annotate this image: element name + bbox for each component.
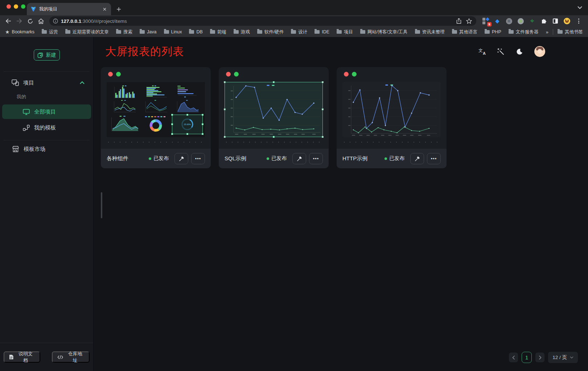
divider <box>4 71 90 72</box>
sidebar-item-template-market[interactable]: 模板市场 <box>2 142 91 156</box>
document-icon <box>9 354 14 360</box>
magic-wand-icon[interactable] <box>497 48 505 55</box>
project-preview-components[interactable]: 25.00% <box>107 82 205 137</box>
browser-tab-strip: 我的项目 <box>0 0 588 15</box>
folder-icon <box>140 30 145 34</box>
browser-tab[interactable]: 我的项目 <box>27 3 111 15</box>
hammer-icon <box>414 156 420 162</box>
workflow-icon <box>23 125 30 131</box>
extension-icons: 9 ◆ ⌘ ✧ <box>480 17 584 25</box>
bookmark-folder[interactable]: 项目 <box>337 29 353 35</box>
project-name: SQL示例 <box>225 155 264 162</box>
bookmark-folder[interactable]: 运营 <box>42 29 58 35</box>
pagination: 1 12 / 页 <box>509 352 578 363</box>
bookmarks-root[interactable]: ★Bookmarks <box>5 29 34 35</box>
fullscreen-window-button[interactable] <box>21 4 25 9</box>
project-preview-http[interactable] <box>342 82 441 137</box>
bookmark-folder[interactable]: 资讯未整理 <box>415 29 445 35</box>
tab-search-icon[interactable] <box>577 4 582 11</box>
moon-icon[interactable] <box>515 48 523 55</box>
puzzle-extensions-icon[interactable] <box>540 17 547 25</box>
edit-button[interactable] <box>292 153 306 164</box>
emoji-extension-icon[interactable] <box>563 17 571 25</box>
project-card[interactable]: SQL示例 已发布 ••• <box>219 67 329 168</box>
bookmark-folder[interactable]: 搜索 <box>116 29 132 35</box>
edit-button[interactable] <box>174 153 188 164</box>
home-icon[interactable] <box>36 16 46 26</box>
main-content: 大屏报表的列表 文A <box>94 37 588 371</box>
bookmark-folder[interactable]: 软件/硬件 <box>257 29 284 35</box>
edit-button[interactable] <box>410 153 424 164</box>
record-extension-icon[interactable] <box>517 17 524 25</box>
copy-plus-icon <box>37 52 43 58</box>
other-bookmarks[interactable]: 其他书签 <box>558 29 583 35</box>
site-info-icon[interactable] <box>53 18 58 24</box>
app-root: 新建 项目 我的 全部 <box>0 37 588 371</box>
chevron-up-icon[interactable] <box>80 81 85 84</box>
bookmark-folder[interactable]: 其他语言 <box>452 29 477 35</box>
chevron-right-icon <box>539 355 542 360</box>
bookmark-folder[interactable]: 文件服务器 <box>509 29 539 35</box>
user-avatar[interactable] <box>534 46 545 57</box>
forward-icon[interactable] <box>15 16 24 26</box>
url-bar[interactable]: 127.0.0.1:3000/#/project/items <box>49 16 476 26</box>
bookmark-folder[interactable]: 游戏 <box>234 29 250 35</box>
sidebar-item-all-projects[interactable]: 全部项目 <box>2 104 91 119</box>
side-panel-icon[interactable] <box>552 17 559 25</box>
repository-button[interactable]: 仓库地址 <box>52 351 90 363</box>
sidebar-item-my-templates[interactable]: 我的模板 <box>2 120 91 135</box>
browser-menu-icon[interactable] <box>575 17 582 25</box>
sites-grid-extension-icon[interactable]: 9 <box>482 17 489 25</box>
bookmark-folder[interactable]: 近期需要读的文章 <box>65 29 109 35</box>
more-button[interactable]: ••• <box>309 153 323 164</box>
translate-icon[interactable]: 文A <box>478 48 486 55</box>
bookmark-folder[interactable]: Linux <box>164 29 182 34</box>
bookmark-folder[interactable]: DB <box>189 29 202 34</box>
pagination-page-1[interactable]: 1 <box>522 352 532 363</box>
card-dot-red <box>108 72 113 77</box>
new-tab-button[interactable] <box>114 4 123 14</box>
create-project-button[interactable]: 新建 <box>34 49 60 61</box>
tab-close-icon[interactable] <box>102 6 107 12</box>
gem-extension-icon[interactable]: ◆ <box>494 17 501 25</box>
pagination-prev-button[interactable] <box>509 353 518 362</box>
folder-icon <box>452 30 457 34</box>
bookmark-folder[interactable]: Java <box>140 29 156 34</box>
page-size-select[interactable]: 12 / 页 <box>548 352 578 363</box>
project-preview-sql[interactable] <box>225 82 323 137</box>
favicon <box>30 6 36 12</box>
project-status: 已发布 <box>385 155 404 162</box>
card-dot-red <box>344 72 349 77</box>
browser-window: 我的项目 127.0.0.1:30 <box>0 0 588 371</box>
bookmark-folder[interactable]: 设计 <box>291 29 307 35</box>
thumbnail-gradient-hbar-chart <box>172 85 203 99</box>
bookmark-star-icon[interactable] <box>465 17 473 25</box>
share-icon[interactable] <box>455 17 462 25</box>
folder-icon <box>65 30 70 34</box>
close-window-button[interactable] <box>7 4 11 9</box>
project-card[interactable]: 25.00% 各种组件 已发布 <box>101 67 211 168</box>
command-extension-icon[interactable]: ⌘ <box>505 17 513 25</box>
back-icon[interactable] <box>4 16 13 26</box>
more-button[interactable]: ••• <box>191 153 205 164</box>
more-button[interactable]: ••• <box>427 153 441 164</box>
sidebar-group-projects[interactable]: 项目 <box>0 75 93 91</box>
browser-toolbar: 127.0.0.1:3000/#/project/items 9 ◆ ⌘ ✧ <box>0 15 588 27</box>
bookmark-folder[interactable]: 网站/博客/文章/工具 <box>360 29 407 35</box>
bookmark-folder[interactable]: 前端 <box>210 29 226 35</box>
divider <box>553 29 553 35</box>
star-extension-icon[interactable]: ✧ <box>529 17 536 25</box>
thumbnail-http-line-chart <box>342 82 441 137</box>
bookmark-folder[interactable]: IDE <box>314 29 329 34</box>
pagination-next-button[interactable] <box>535 353 544 362</box>
docs-button[interactable]: 说明文档 <box>4 351 40 363</box>
minimize-window-button[interactable] <box>14 4 18 9</box>
project-card[interactable]: HTTP示例 已发布 ••• <box>337 67 447 168</box>
bookmarks-overflow-icon[interactable]: » <box>546 29 548 35</box>
reload-icon[interactable] <box>25 16 35 26</box>
thumbnail-area-chart <box>172 100 203 114</box>
window-controls[interactable] <box>7 4 25 9</box>
thumbnail-gauge-selected[interactable]: 25.00% <box>172 115 203 134</box>
scrollbar-thumb[interactable] <box>101 192 102 218</box>
bookmark-folder[interactable]: PHP <box>485 29 501 34</box>
